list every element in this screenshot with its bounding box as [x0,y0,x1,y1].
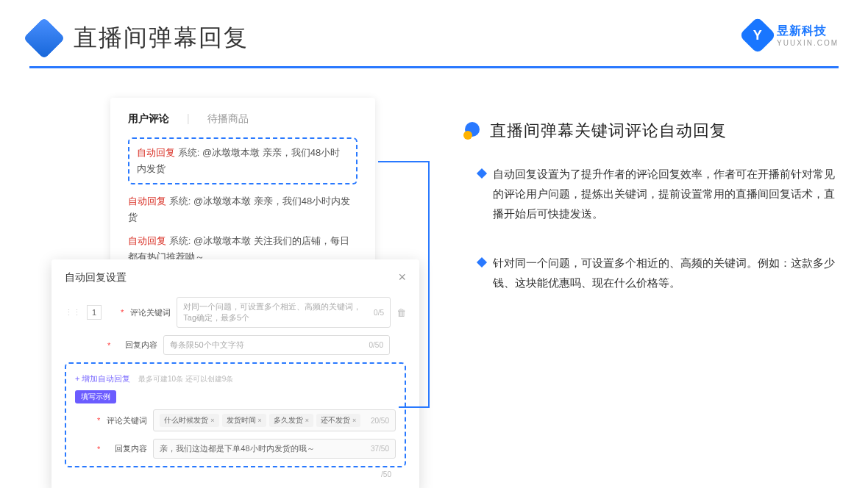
tab-user-comments[interactable]: 用户评论 [128,112,169,126]
outer-counter: /50 [65,470,406,478]
settings-title: 自动回复设置 [65,271,127,284]
diamond-icon [477,257,487,268]
example-kw-label: 评论关键词 [106,415,147,426]
bullet-point: 针对同一个问题，可设置多个相近的、高频的关键词。例如：这款多少钱、这块能优惠吗、… [478,253,839,293]
add-auto-reply-link[interactable]: + 增加自动回复 [75,374,130,383]
close-icon[interactable]: × [398,270,406,285]
add-hint: 最多可建10条 还可以创建9条 [138,375,233,383]
example-content-input[interactable]: 亲，我们这边都是下单48小时内发货的哦～ 37/50 [153,439,396,459]
diamond-icon [477,168,487,179]
screenshot-mock: 用户评论 | 待播商品 自动回复 系统: @冰墩墩本墩 亲亲，我们48小时内发货… [51,98,419,332]
page-title: 直播间弹幕回复 [74,22,249,54]
keyword-input[interactable]: 对同一个问题，可设置多个相近、高频的关键词，Tag确定，最多5个 0/5 [177,297,391,328]
brand-sub: YUUXIN.COM [777,39,839,47]
content-label: 回复内容 [116,340,157,351]
drag-handle-icon[interactable]: ⋮⋮ [65,308,81,317]
comment-tabs: 用户评论 | 待播商品 [128,112,357,126]
comment-item: 自动回复 系统: @冰墩墩本墩 亲亲，我们48小时内发货 [128,193,357,226]
comment-item: 自动回复 系统: @冰墩墩本墩 亲亲，我们48小时内发货 [137,145,349,177]
tab-pending-products[interactable]: 待播商品 [207,112,249,126]
example-kw-input[interactable]: 什么时候发货×发货时间×多久发货×还不发货× 20/50 [153,409,396,431]
keyword-tag[interactable]: 还不发货× [316,414,360,427]
example-badge: 填写示例 [75,390,116,403]
keyword-tag[interactable]: 多久发货× [269,414,313,427]
logo-cube-icon [24,18,65,60]
keyword-tag[interactable]: 什么时候发货× [160,414,218,427]
keyword-row: ⋮⋮ 1 * 评论关键词 对同一个问题，可设置多个相近、高频的关键词，Tag确定… [65,297,406,328]
connector-line-h2 [399,406,430,408]
row-number: 1 [87,305,102,320]
content-input[interactable]: 每条限50个中文字符 0/50 [163,335,390,355]
keyword-label: 评论关键词 [129,307,171,318]
keyword-tag[interactable]: 发货时间× [222,414,266,427]
content-row: * 回复内容 每条限50个中文字符 0/50 [65,335,406,355]
bullet-point: 自动回复设置为了提升作者的评论回复效率，作者可在开播前针对常见的评论用户问题，提… [478,164,839,223]
section-title: 直播间弹幕关键词评论自动回复 [490,120,727,142]
connector-line-v [428,161,430,407]
brand-name: 昱新科技 [777,24,839,39]
example-content-label: 回复内容 [106,443,147,454]
connector-line [378,161,430,162]
brand-logo-icon: Y [739,17,777,54]
brand-block: Y 昱新科技 YUUXIN.COM [744,22,839,49]
delete-icon[interactable]: 🗑 [396,307,406,318]
example-highlight-box: + 增加自动回复 最多可建10条 还可以创建9条 填写示例 * 评论关键词 什么… [65,362,406,467]
section-bullet-icon [463,122,481,140]
highlighted-comment: 自动回复 系统: @冰墩墩本墩 亲亲，我们48小时内发货 [128,137,357,184]
description-column: 直播间弹幕关键词评论自动回复 自动回复设置为了提升作者的评论回复效率，作者可在开… [463,98,839,332]
slide-header: 直播间弹幕回复 [0,0,868,66]
auto-reply-settings-panel: 自动回复设置 × ⋮⋮ 1 * 评论关键词 对同一个问题，可设置多个相近、高频的… [51,259,419,488]
